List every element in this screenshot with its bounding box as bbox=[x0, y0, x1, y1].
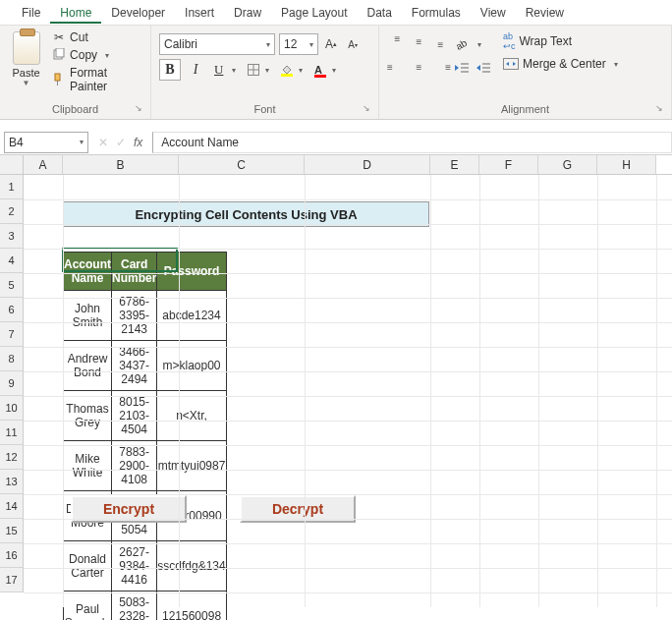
menu-tab-home[interactable]: Home bbox=[50, 2, 101, 24]
table-row[interactable]: Donald Carter2627-9384-4416sscdfdg&134 bbox=[64, 541, 227, 592]
align-top-button[interactable]: ≡ bbox=[387, 33, 407, 51]
bold-button[interactable]: B bbox=[159, 59, 181, 81]
paste-label: Paste bbox=[12, 67, 39, 79]
row-header-11[interactable]: 11 bbox=[0, 421, 24, 445]
menu-tab-view[interactable]: View bbox=[471, 2, 516, 24]
row-header-9[interactable]: 9 bbox=[0, 371, 24, 396]
chevron-down-icon[interactable]: ▾ bbox=[614, 60, 618, 69]
row-header-15[interactable]: 15 bbox=[0, 519, 24, 543]
column-header-C[interactable]: C bbox=[179, 155, 305, 174]
row-header-10[interactable]: 10 bbox=[0, 396, 24, 421]
italic-button[interactable]: I bbox=[185, 59, 206, 81]
table-cell[interactable]: 8015-2103-4504 bbox=[112, 391, 157, 441]
table-cell[interactable]: m>klaop00 bbox=[157, 341, 226, 391]
row-header-17[interactable]: 17 bbox=[0, 568, 24, 592]
row-header-16[interactable]: 16 bbox=[0, 543, 24, 568]
row-header-14[interactable]: 14 bbox=[0, 494, 24, 519]
orientation-button[interactable]: ab▾ bbox=[452, 33, 485, 55]
row-header-3[interactable]: 3 bbox=[0, 224, 24, 249]
row-header-2[interactable]: 2 bbox=[0, 199, 24, 224]
table-cell[interactable]: 121560098 bbox=[157, 592, 226, 621]
formula-input[interactable]: Account Name bbox=[152, 132, 672, 153]
wrap-text-button[interactable]: ab↩c Wrap Text bbox=[501, 29, 620, 53]
table-row[interactable]: Andrew Bond3466-3437-2494m>klaop00 bbox=[64, 341, 227, 391]
column-header-D[interactable]: D bbox=[305, 155, 430, 174]
table-cell[interactable]: Mike White bbox=[64, 441, 112, 491]
row-header-1[interactable]: 1 bbox=[0, 175, 24, 199]
merge-center-button[interactable]: Merge & Center ▾ bbox=[501, 55, 620, 73]
table-header[interactable]: Card Number bbox=[112, 253, 157, 291]
align-left-button[interactable]: ≡ bbox=[387, 59, 407, 77]
cut-button[interactable]: ✂ Cut bbox=[50, 29, 142, 45]
table-header[interactable]: Password bbox=[157, 253, 226, 291]
table-cell[interactable]: n<Xtr, bbox=[157, 391, 226, 441]
table-cell[interactable]: 3466-3437-2494 bbox=[112, 341, 157, 391]
font-name-select[interactable]: Calibri▾ bbox=[159, 33, 275, 55]
underline-button[interactable]: U▾ bbox=[210, 59, 240, 81]
table-cell[interactable]: Donald Carter bbox=[64, 541, 112, 592]
chevron-down-icon[interactable]: ▾ bbox=[105, 51, 109, 60]
decrease-indent-button[interactable] bbox=[452, 59, 472, 77]
row-header-6[interactable]: 6 bbox=[0, 298, 24, 322]
menu-tab-file[interactable]: File bbox=[12, 2, 50, 24]
fill-color-button[interactable]: ▾ bbox=[277, 59, 307, 81]
row-header-4[interactable]: 4 bbox=[0, 249, 24, 273]
column-header-G[interactable]: G bbox=[538, 155, 597, 174]
row-header-12[interactable]: 12 bbox=[0, 445, 24, 470]
decrease-font-size-button[interactable]: A▾ bbox=[344, 35, 362, 53]
dialog-launcher-icon[interactable]: ↘ bbox=[135, 103, 142, 113]
align-right-button[interactable]: ≡ bbox=[430, 59, 450, 77]
menu-tab-insert[interactable]: Insert bbox=[175, 2, 224, 24]
table-cell[interactable]: Paul Samuels bbox=[64, 592, 112, 621]
row-header-13[interactable]: 13 bbox=[0, 470, 24, 494]
format-painter-button[interactable]: Format Painter bbox=[50, 65, 142, 94]
spreadsheet-grid[interactable]: ABCDEFGH 1234567891011121314151617 Encry… bbox=[0, 155, 672, 607]
borders-button[interactable]: ▾ bbox=[244, 59, 273, 81]
align-bottom-button[interactable]: ≡ bbox=[430, 33, 450, 51]
name-box[interactable]: B4 ▾ bbox=[4, 132, 88, 153]
table-cell[interactable]: 7883-2900-4108 bbox=[112, 441, 157, 491]
table-cell[interactable]: 5083-2328-2513 bbox=[112, 592, 157, 621]
increase-indent-button[interactable] bbox=[474, 59, 493, 77]
row-header-7[interactable]: 7 bbox=[0, 322, 24, 347]
wrap-text-icon: ab↩c bbox=[503, 31, 516, 51]
dialog-launcher-icon[interactable]: ↘ bbox=[655, 103, 663, 113]
table-cell[interactable]: mtmtyui0987 bbox=[157, 441, 226, 491]
row-header-8[interactable]: 8 bbox=[0, 347, 24, 371]
cancel-icon[interactable]: ✕ bbox=[98, 136, 108, 149]
fx-icon[interactable]: fx bbox=[134, 136, 142, 149]
column-header-F[interactable]: F bbox=[479, 155, 538, 174]
menu-tab-review[interactable]: Review bbox=[516, 2, 574, 24]
column-header-A[interactable]: A bbox=[24, 155, 63, 174]
menu-tab-data[interactable]: Data bbox=[357, 2, 401, 24]
column-header-E[interactable]: E bbox=[430, 155, 479, 174]
align-middle-button[interactable]: ≡ bbox=[409, 33, 428, 51]
chevron-down-icon: ▾ bbox=[266, 40, 270, 49]
table-cell[interactable]: sscdfdg&134 bbox=[157, 541, 226, 592]
menu-tab-draw[interactable]: Draw bbox=[224, 2, 271, 24]
font-color-button[interactable]: A ▾ bbox=[310, 59, 340, 81]
table-cell[interactable]: 2627-9384-4416 bbox=[112, 541, 157, 592]
table-cell[interactable]: Thomas Grey bbox=[64, 391, 112, 441]
orientation-icon: ab bbox=[454, 36, 469, 51]
table-row[interactable]: Thomas Grey8015-2103-4504n<Xtr, bbox=[64, 391, 227, 441]
column-header-B[interactable]: B bbox=[63, 155, 179, 174]
paste-button[interactable]: Paste ▼ bbox=[8, 29, 44, 87]
table-header[interactable]: Account Name bbox=[64, 253, 112, 291]
copy-button[interactable]: Copy ▾ bbox=[50, 47, 142, 63]
font-size-select[interactable]: 12▾ bbox=[279, 33, 318, 55]
select-all-corner[interactable] bbox=[0, 155, 24, 175]
menu-tab-page-layout[interactable]: Page Layout bbox=[271, 2, 357, 24]
table-row[interactable]: Mike White7883-2900-4108mtmtyui0987 bbox=[64, 441, 227, 491]
table-row[interactable]: Paul Samuels5083-2328-2513121560098 bbox=[64, 592, 227, 621]
menu-tab-developer[interactable]: Developer bbox=[101, 2, 175, 24]
table-cell[interactable]: Andrew Bond bbox=[64, 341, 112, 391]
chevron-down-icon[interactable]: ▼ bbox=[23, 79, 30, 87]
increase-font-size-button[interactable]: A▴ bbox=[322, 35, 340, 53]
column-header-H[interactable]: H bbox=[597, 155, 656, 174]
enter-icon[interactable]: ✓ bbox=[116, 136, 126, 149]
menu-tab-formulas[interactable]: Formulas bbox=[402, 2, 471, 24]
align-center-button[interactable]: ≡ bbox=[409, 59, 428, 77]
row-header-5[interactable]: 5 bbox=[0, 273, 24, 298]
dialog-launcher-icon[interactable]: ↘ bbox=[363, 103, 370, 113]
